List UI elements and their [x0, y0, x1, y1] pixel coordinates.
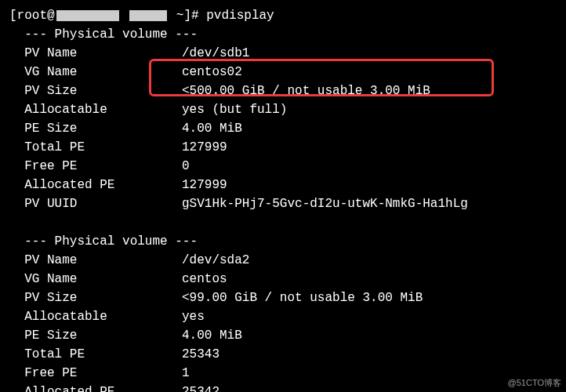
- pv2-allocpe-row: Allocated PE25342: [9, 383, 557, 392]
- pv1-size-row: PV Size<500.00 GiB / not usable 3.00 MiB: [9, 82, 557, 100]
- pv2-alloc-row: Allocatableyes: [9, 307, 557, 326]
- pv1-alloc-row: Allocatableyes (but full): [9, 100, 557, 119]
- pv2-name-row: PV Name/dev/sda2: [9, 251, 557, 270]
- pv2-header: --- Physical volume ---: [9, 232, 557, 251]
- pv1-uuid-label: PV UUID: [9, 194, 182, 213]
- pv1-allocpe-value: 127999: [182, 178, 227, 192]
- pv1-pesize-label: PE Size: [9, 119, 182, 138]
- pv2-freepe-label: Free PE: [9, 364, 182, 383]
- pv2-freepe-value: 1: [182, 366, 190, 380]
- pv1-pesize-row: PE Size4.00 MiB: [9, 119, 557, 138]
- pv1-size-value: <500.00 GiB / not usable 3.00 MiB: [182, 84, 430, 98]
- pv2-vgname-label: VG Name: [9, 270, 182, 289]
- pv1-pesize-value: 4.00 MiB: [182, 122, 242, 136]
- pv1-name-row: PV Name/dev/sdb1: [9, 44, 557, 63]
- prompt-user: root: [17, 9, 47, 23]
- pv1-vgname-row: VG Namecentos02: [9, 63, 557, 82]
- pv2-alloc-value: yes: [182, 310, 205, 324]
- pv2-vgname-row: VG Namecentos: [9, 270, 557, 289]
- pv2-freepe-row: Free PE1: [9, 364, 557, 383]
- pv1-name-value: /dev/sdb1: [182, 46, 249, 60]
- pv1-uuid-value: gSV1Hk-PHj7-5Gvc-dI2u-utwK-NmkG-Ha1hLg: [182, 197, 468, 211]
- pv1-alloc-label: Allocatable: [9, 100, 182, 119]
- pv2-totalpe-row: Total PE25343: [9, 345, 557, 364]
- prompt-tilde: ~: [176, 9, 184, 23]
- redacted-hostname-1: [56, 10, 119, 21]
- watermark-text: @51CTO博客: [508, 376, 561, 390]
- pv1-header: --- Physical volume ---: [9, 25, 557, 44]
- pv1-freepe-value: 0: [182, 159, 190, 173]
- prompt-line[interactable]: [root@ ~]# pvdisplay: [9, 6, 557, 25]
- blank-line: [9, 213, 557, 232]
- pv2-allocpe-label: Allocated PE: [9, 383, 182, 392]
- pv2-size-value: <99.00 GiB / not usable 3.00 MiB: [182, 291, 423, 305]
- pv2-pesize-label: PE Size: [9, 326, 182, 345]
- pv2-totalpe-value: 25343: [182, 347, 220, 361]
- pv1-totalpe-value: 127999: [182, 140, 227, 154]
- pv1-vgname-label: VG Name: [9, 63, 182, 82]
- pv1-totalpe-row: Total PE127999: [9, 138, 557, 157]
- pv1-vgname-value: centos02: [182, 65, 242, 79]
- pv2-size-row: PV Size<99.00 GiB / not usable 3.00 MiB: [9, 289, 557, 307]
- prompt-hash: ]#: [183, 9, 206, 23]
- pv1-size-label: PV Size: [9, 82, 182, 100]
- pv2-name-value: /dev/sda2: [182, 253, 249, 267]
- pv1-name-label: PV Name: [9, 44, 182, 63]
- pv1-uuid-row: PV UUIDgSV1Hk-PHj7-5Gvc-dI2u-utwK-NmkG-H…: [9, 194, 557, 213]
- pv1-alloc-value: yes (but full): [182, 103, 287, 117]
- pv2-totalpe-label: Total PE: [9, 345, 182, 364]
- command-text: pvdisplay: [206, 9, 274, 23]
- pv2-alloc-label: Allocatable: [9, 307, 182, 326]
- pv2-size-label: PV Size: [9, 289, 182, 307]
- bracket-open: [: [9, 9, 17, 23]
- redacted-hostname-2: [129, 10, 167, 21]
- pv2-name-label: PV Name: [9, 251, 182, 270]
- prompt-at: @: [47, 9, 55, 23]
- pv2-vgname-value: centos: [182, 272, 227, 286]
- pv1-allocpe-label: Allocated PE: [9, 176, 182, 194]
- pv2-pesize-row: PE Size4.00 MiB: [9, 326, 557, 345]
- pv1-allocpe-row: Allocated PE127999: [9, 176, 557, 194]
- pv1-freepe-label: Free PE: [9, 157, 182, 176]
- pv1-freepe-row: Free PE0: [9, 157, 557, 176]
- pv1-totalpe-label: Total PE: [9, 138, 182, 157]
- pv2-pesize-value: 4.00 MiB: [182, 328, 242, 343]
- pv2-allocpe-value: 25342: [182, 385, 220, 392]
